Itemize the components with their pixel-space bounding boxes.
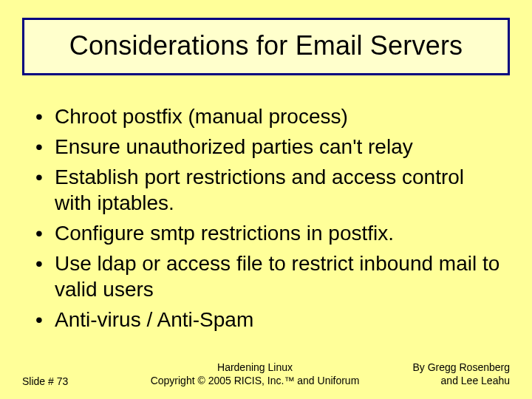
footer-author: By Gregg Rosenberg and Lee Leahu <box>384 361 510 387</box>
list-item: Anti-virus / Anti-Spam <box>30 307 502 332</box>
footer: Slide # 73 Hardening Linux Copyright © 2… <box>22 361 510 387</box>
footer-copyright: Hardening Linux Copyright © 2005 RICIS, … <box>126 361 384 387</box>
list-item: Ensure unauthorized parties can't relay <box>30 134 502 160</box>
list-item: Chroot postfix (manual process) <box>30 103 502 129</box>
list-item: Use ldap or access file to restrict inbo… <box>30 250 502 302</box>
footer-center-line2: Copyright © 2005 RICIS, Inc.™ and Unifor… <box>126 374 384 387</box>
slide-number: Slide # 73 <box>22 375 126 387</box>
bullet-list: Chroot postfix (manual process) Ensure u… <box>30 103 502 332</box>
footer-author-line2: and Lee Leahu <box>384 374 510 387</box>
slide-title: Considerations for Email Servers <box>69 30 463 61</box>
footer-center-line1: Hardening Linux <box>126 361 384 374</box>
slide: Considerations for Email Servers Chroot … <box>0 0 532 399</box>
body-area: Chroot postfix (manual process) Ensure u… <box>30 103 502 332</box>
list-item: Configure smtp restrictions in postfix. <box>30 220 502 246</box>
footer-author-line1: By Gregg Rosenberg <box>384 361 510 374</box>
list-item: Establish port restrictions and access c… <box>30 164 502 216</box>
title-box: Considerations for Email Servers <box>22 18 510 75</box>
